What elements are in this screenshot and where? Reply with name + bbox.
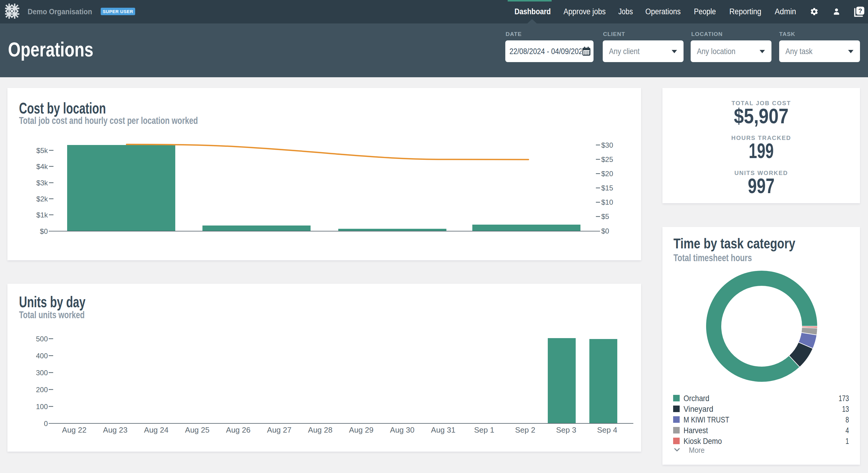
svg-text:Sep 2: Sep 2 bbox=[515, 425, 535, 434]
svg-text:$0: $0 bbox=[601, 227, 609, 235]
svg-text:Aug 28: Aug 28 bbox=[308, 425, 332, 434]
svg-text:Aug 22: Aug 22 bbox=[62, 425, 87, 434]
svg-text:200: 200 bbox=[36, 386, 48, 394]
svg-text:$3k: $3k bbox=[36, 179, 48, 187]
svg-text:Sep 1: Sep 1 bbox=[474, 425, 494, 434]
svg-text:$2k: $2k bbox=[36, 195, 48, 203]
svg-text:300: 300 bbox=[36, 369, 48, 377]
svg-text:Sep 4: Sep 4 bbox=[597, 425, 617, 434]
svg-text:Aug 27: Aug 27 bbox=[267, 425, 291, 434]
svg-text:500: 500 bbox=[36, 335, 48, 343]
svg-text:0: 0 bbox=[44, 419, 48, 427]
svg-text:$5: $5 bbox=[601, 212, 609, 220]
svg-text:$20: $20 bbox=[601, 170, 613, 178]
svg-text:Aug 23: Aug 23 bbox=[103, 425, 127, 434]
svg-text:Aug 30: Aug 30 bbox=[390, 425, 414, 434]
svg-text:$25: $25 bbox=[601, 155, 613, 164]
svg-text:$4k: $4k bbox=[36, 162, 48, 171]
svg-text:?: ? bbox=[858, 7, 862, 14]
svg-text:Aug 24: Aug 24 bbox=[144, 425, 168, 434]
svg-text:$5k: $5k bbox=[36, 146, 48, 154]
svg-text:$1k: $1k bbox=[36, 211, 48, 219]
svg-text:Aug 25: Aug 25 bbox=[185, 425, 210, 434]
svg-text:Aug 26: Aug 26 bbox=[226, 425, 250, 434]
svg-text:400: 400 bbox=[36, 352, 48, 360]
svg-text:Aug 29: Aug 29 bbox=[349, 425, 373, 434]
svg-text:Sep 3: Sep 3 bbox=[556, 425, 576, 434]
svg-text:$15: $15 bbox=[601, 184, 613, 192]
svg-text:$10: $10 bbox=[601, 198, 613, 206]
svg-text:$30: $30 bbox=[601, 141, 613, 149]
svg-text:$0: $0 bbox=[40, 227, 48, 235]
svg-text:100: 100 bbox=[36, 403, 48, 411]
svg-text:Aug 31: Aug 31 bbox=[431, 425, 455, 434]
